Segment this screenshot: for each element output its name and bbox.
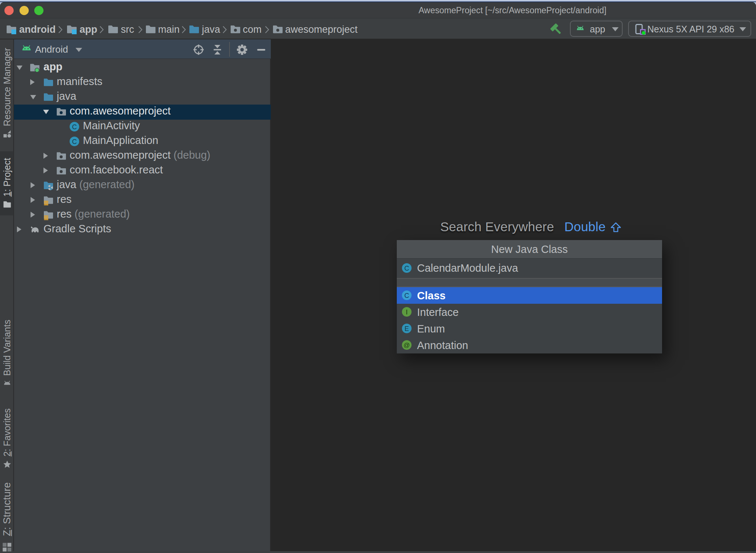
svg-text:@: @ <box>403 342 410 349</box>
svg-text:C: C <box>405 265 409 272</box>
svg-text:E: E <box>405 325 409 332</box>
svg-text:C: C <box>405 292 409 299</box>
svg-text:I: I <box>406 309 407 316</box>
svg-text:C: C <box>72 123 77 131</box>
svg-text:C: C <box>72 138 77 145</box>
